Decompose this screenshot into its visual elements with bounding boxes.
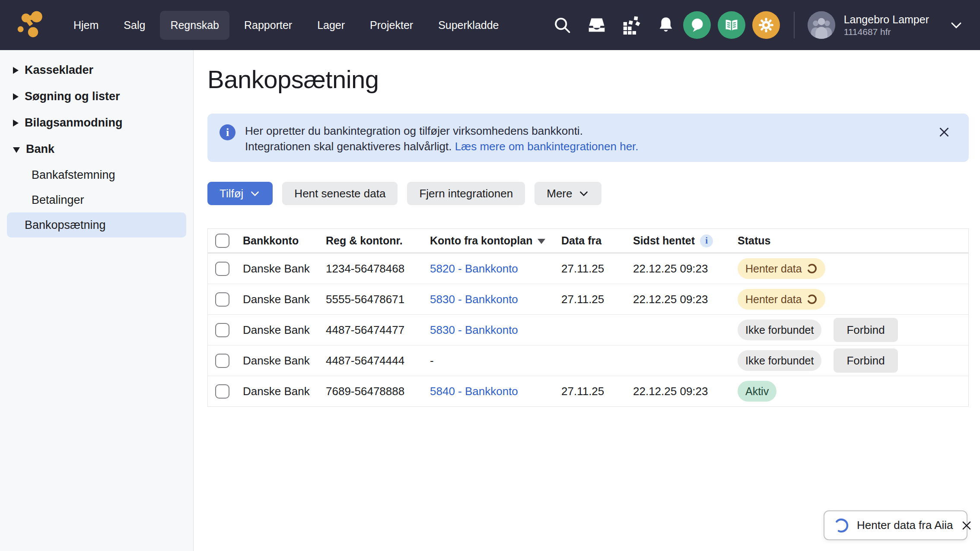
status-badge: Ikke forbundet (738, 320, 821, 340)
sidebar-group-label: Kasseklader (25, 63, 93, 77)
sidebar-group-bank[interactable]: Bank (0, 136, 193, 162)
row-checkbox[interactable] (215, 384, 229, 399)
bank-name: Danske Bank (243, 385, 326, 398)
help-book-icon[interactable] (718, 11, 745, 39)
banner-link[interactable]: Læs mere om bankintegrationen her. (455, 140, 639, 153)
account-number: 7689-56478888 (326, 385, 430, 398)
chevron-down-icon (578, 188, 589, 199)
add-button[interactable]: Tilføj (207, 182, 273, 205)
table-header-row: Bankkonto Reg & kontonr. Konto fra konto… (208, 229, 968, 253)
main-menu: HjemSalgRegnskabRapporterLagerProjekterS… (63, 11, 509, 40)
account-number: 4487-56474477 (326, 323, 430, 337)
data-from-date: 27.11.25 (561, 293, 633, 306)
user-menu[interactable]: Langebro Lamper 1114687 hfr (844, 13, 929, 38)
bank-name: Danske Bank (243, 323, 326, 337)
sidebar-navigation: KassekladerSøgning og listerBilagsanmodn… (0, 50, 194, 551)
chevron-right-icon (13, 93, 19, 100)
chart-account-link[interactable]: 5830 - Bankkonto (430, 293, 518, 306)
sidebar-group-kasseklader[interactable]: Kasseklader (0, 57, 193, 83)
chart-account-empty: - (430, 354, 561, 367)
user-org-number: 1114687 hfr (844, 26, 929, 38)
chart-account-link[interactable]: 5820 - Bankkonto (430, 262, 518, 275)
top-nav-actions: Langebro Lamper 1114687 hfr (538, 11, 964, 39)
row-checkbox[interactable] (215, 292, 229, 307)
row-checkbox[interactable] (215, 262, 229, 276)
banner-close-icon[interactable] (938, 126, 951, 139)
inbox-icon[interactable] (586, 15, 607, 35)
last-fetched-timestamp: 22.12.25 09:23 (633, 385, 738, 398)
account-number: 1234-56478468 (326, 262, 430, 276)
chart-account-link[interactable]: 5830 - Bankkonto (430, 323, 518, 336)
apps-grid-icon[interactable] (621, 15, 642, 35)
user-name: Langebro Lamper (844, 13, 929, 26)
toast-close-icon[interactable] (961, 519, 973, 532)
account-number: 4487-56474444 (326, 354, 430, 367)
top-navigation: HjemSalgRegnskabRapporterLagerProjekterS… (0, 0, 980, 50)
chevron-down-icon[interactable] (949, 18, 964, 32)
status-badge: Aktiv (738, 381, 776, 402)
sidebar-group-bilagsanmodning[interactable]: Bilagsanmodning (0, 110, 193, 136)
nav-item-lager[interactable]: Lager (307, 11, 355, 40)
connect-button[interactable]: Forbind (834, 348, 897, 373)
notifications-bell-icon[interactable] (655, 15, 676, 35)
nav-item-regnskab[interactable]: Regnskab (160, 11, 229, 40)
toast-notification: Henter data fra Aiia (824, 510, 967, 540)
chevron-right-icon (13, 120, 19, 127)
chat-support-icon[interactable] (683, 11, 711, 39)
table-row: Danske Bank4487-56474444-Ikke forbundetF… (208, 345, 968, 376)
toolbar: Tilføj Hent seneste data Fjern integrati… (207, 182, 969, 205)
account-number: 5555-56478671 (326, 293, 430, 306)
nav-item-salg[interactable]: Salg (113, 11, 156, 40)
header-sidst-hentet[interactable]: Sidst hentet i (633, 234, 738, 247)
chevron-down-icon (249, 188, 261, 199)
table-row: Danske Bank4487-564744775830 - Bankkonto… (208, 314, 968, 345)
more-button[interactable]: Mere (535, 182, 601, 205)
nav-item-superkladde[interactable]: Superkladde (428, 11, 509, 40)
bank-name: Danske Bank (243, 293, 326, 306)
header-status[interactable]: Status (738, 234, 968, 247)
banner-text: Her opretter du bankintegration og tilfø… (245, 123, 639, 154)
chevron-right-icon (13, 67, 19, 74)
last-fetched-timestamp: 22.12.25 09:23 (633, 262, 738, 276)
main-content: Bankopsætning i Her opretter du bankinte… (194, 50, 980, 551)
sidebar-group-s-gning-og-lister[interactable]: Søgning og lister (0, 83, 193, 110)
nav-divider (794, 12, 795, 38)
user-avatar[interactable] (808, 11, 835, 39)
nav-item-rapporter[interactable]: Rapporter (234, 11, 302, 40)
nav-item-projekter[interactable]: Projekter (360, 11, 423, 40)
last-fetched-timestamp: 22.12.25 09:23 (633, 293, 738, 306)
header-reg-kontonr[interactable]: Reg & kontonr. (326, 234, 430, 247)
bank-name: Danske Bank (243, 262, 326, 276)
header-data-fra[interactable]: Data fra (561, 234, 633, 247)
info-banner: i Her opretter du bankintegration og til… (207, 114, 969, 162)
page-title: Bankopsætning (207, 65, 969, 94)
info-icon[interactable]: i (700, 234, 713, 247)
table-row: Danske Bank1234-564784685820 - Bankkonto… (208, 253, 968, 284)
sidebar-item-bankops-tning[interactable]: Bankopsætning (7, 212, 186, 238)
fetch-latest-data-button[interactable]: Hent seneste data (282, 182, 398, 205)
sidebar-group-label: Bilagsanmodning (25, 116, 123, 130)
sidebar-item-betalinger[interactable]: Betalinger (7, 187, 186, 212)
chart-account-link[interactable]: 5840 - Bankkonto (430, 385, 518, 398)
sidebar-group-label: Bank (26, 142, 54, 156)
sidebar-group-label: Søgning og lister (25, 90, 120, 103)
settings-gear-icon[interactable] (752, 11, 780, 39)
toast-text: Henter data fra Aiia (857, 519, 953, 532)
data-from-date: 27.11.25 (561, 385, 633, 398)
data-from-date: 27.11.25 (561, 262, 633, 276)
nav-item-hjem[interactable]: Hjem (63, 11, 109, 40)
chevron-down-icon (13, 147, 20, 153)
row-checkbox[interactable] (215, 323, 229, 337)
sidebar-item-bankafstemning[interactable]: Bankafstemning (7, 162, 186, 187)
connect-button[interactable]: Forbind (834, 318, 897, 342)
header-bankkonto[interactable]: Bankkonto (243, 234, 326, 247)
loading-spinner-icon (806, 263, 818, 274)
status-badge: Ikke forbundet (738, 350, 821, 371)
header-konto-fra-kontoplan[interactable]: Konto fra kontoplan (430, 234, 561, 247)
select-all-checkbox[interactable] (215, 234, 229, 248)
search-icon[interactable] (552, 15, 573, 35)
app-logo[interactable] (16, 11, 45, 39)
bank-name: Danske Bank (243, 354, 326, 367)
remove-integration-button[interactable]: Fjern integrationen (407, 182, 525, 205)
row-checkbox[interactable] (215, 354, 229, 368)
